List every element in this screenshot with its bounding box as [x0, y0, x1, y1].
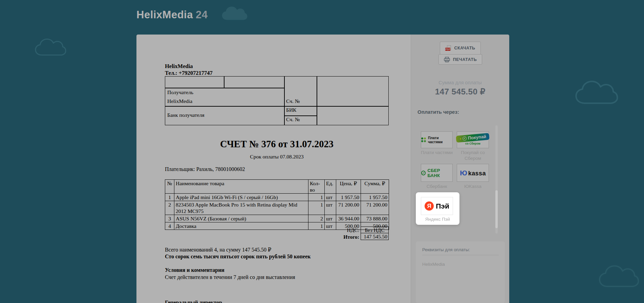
recipient-label: Получатель — [167, 89, 193, 95]
col-sum: Сумма, ₽ — [361, 180, 389, 194]
brand-logo: HelixMedia24 — [136, 9, 208, 21]
download-label: СКАЧАТЬ — [454, 46, 475, 50]
brand-name: HelixMedia — [136, 9, 193, 21]
item-num: 2 — [165, 201, 174, 215]
vat-value: Без НДС — [361, 226, 389, 233]
payment-list-scrollbar-track[interactable] — [495, 125, 498, 234]
amount-in-words: Сто сорок семь тысяч пятьсот сорок пять … — [165, 254, 310, 260]
item-num: 4 — [165, 222, 174, 230]
amount-value: 147 545.50 ₽ — [411, 87, 509, 96]
requisites-title: Реквизиты для оплаты: — [422, 247, 470, 252]
item-qty: 1 — [308, 194, 325, 201]
item-unit: шт — [325, 201, 336, 215]
item-num: 1 — [165, 194, 174, 201]
payment-sidebar: PDF СКАЧАТЬ ПЕЧАТАТЬ Сумма для оплаты 14… — [411, 35, 509, 303]
bank-requisites-table: Получатель HelixMedia Сч. № Банк получат… — [165, 76, 389, 125]
item-qty: 1 — [308, 222, 325, 230]
payment-method-label: Сбербанк — [415, 183, 458, 189]
item-sum: 1 957.50 — [361, 194, 389, 201]
yandex-logo-icon: Я — [425, 201, 434, 211]
payment-method-yandex-pay[interactable]: Я Пэй — [421, 197, 453, 215]
bank-label: Банк получателя — [167, 112, 205, 118]
seller-phone: Тел.: +79207217747 — [165, 70, 213, 77]
payer-line: Плательщик: Рахиль, 78001000602 — [165, 166, 245, 172]
pdf-icon: PDF — [445, 45, 451, 51]
invoice-card: HelixMedia Тел.: +79207217747 Получатель… — [136, 35, 509, 303]
sber-logo-icon: ✓ — [421, 171, 426, 175]
col-name: Наименование товара — [174, 180, 308, 194]
amount-caption: Сумма для оплаты — [411, 80, 509, 85]
item-price: 36 944.00 — [336, 215, 361, 222]
print-button[interactable]: ПЕЧАТАТЬ — [438, 54, 482, 65]
conditions-text: Счет действителен в течении 7 дней со дн… — [165, 274, 295, 280]
yookassa-logo-icon: Ю — [460, 169, 467, 177]
payment-list-scrollbar-thumb[interactable] — [495, 190, 498, 228]
invoice-document: HelixMedia Тел.: +79207217747 Получатель… — [136, 35, 411, 303]
item-name: ASUS N56VZ (Базовая / серый) — [174, 215, 308, 222]
payment-method-label: Плати частями — [415, 150, 458, 155]
item-price: 1 957.50 — [336, 194, 361, 201]
payment-method-plati-chastyami[interactable]: Плати частями — [421, 131, 453, 148]
col-qty: Кол-во — [308, 180, 325, 194]
col-price: Цена, ₽ — [336, 180, 361, 194]
pay-via-heading: Оплатить через: — [417, 109, 459, 115]
payment-method-yookassa[interactable]: Ю kassa — [457, 164, 489, 182]
requisites-divider — [422, 255, 499, 255]
requisites-panel: Реквизиты для оплаты: HelixMedia — [416, 241, 505, 303]
account-label: Сч. № — [286, 98, 300, 104]
items-table: № Наименование товара Кол-во Ед. Цена, ₽… — [165, 179, 389, 230]
invoice-title: СЧЕТ № 376 от 31.07.2023 — [165, 139, 389, 150]
bik-label: БИК — [286, 107, 296, 113]
director-label: Генеральный директор — [165, 300, 222, 303]
item-num: 3 — [165, 215, 174, 222]
item-name: 8234503 Apple MacBook Pro 15 with Retina… — [174, 201, 308, 215]
cloud-decoration-bottom-icon — [597, 261, 639, 292]
vat-label: НДС: — [347, 227, 359, 233]
item-price: 71 200.00 — [336, 201, 361, 215]
conditions-title: Условия и комментарии — [165, 267, 224, 273]
item-unit: шт — [325, 222, 336, 230]
col-num: № — [165, 180, 174, 194]
table-row: 3 ASUS N56VZ (Базовая / серый) 2 шт 36 9… — [165, 215, 389, 222]
print-label: ПЕЧАТАТЬ — [453, 57, 477, 62]
cloud-decoration-right-icon — [573, 77, 618, 109]
item-name: Доставка — [174, 222, 308, 230]
payment-method-label: Яндекс Пэй — [416, 217, 459, 222]
items-header-row: № Наименование товара Кол-во Ед. Цена, ₽… — [165, 180, 389, 194]
requisites-value: HelixMedia — [422, 262, 445, 267]
brand-cloud-icon — [220, 4, 248, 23]
corr-account-label: Сч. № — [286, 116, 300, 123]
cloud-decoration-left-icon — [33, 36, 66, 59]
table-row: 1 Apple iPad mini 16Gb Wi-Fi (S / серый … — [165, 194, 389, 201]
plati-chastyami-logo-icon — [421, 137, 426, 142]
table-row: 2 8234503 Apple MacBook Pro 15 with Reti… — [165, 201, 389, 215]
summary-line: Всего наименований 4, на сумму 147 545.5… — [165, 246, 271, 253]
recipient-name: HelixMedia — [167, 98, 192, 104]
seller-name: HelixMedia — [165, 63, 213, 70]
item-qty: 1 — [308, 201, 325, 215]
payment-method-pokupay-so-sberom[interactable]: ✓ Покупай со Сбером — [457, 131, 489, 148]
yandex-pay-spotlight: Я Пэй Яндекс Пэй — [416, 192, 459, 225]
payment-method-label: Покупай со Сбером — [453, 150, 492, 161]
invoice-due-date: Срок оплаты 07.08.2023 — [165, 154, 389, 160]
seller-block: HelixMedia Тел.: +79207217747 — [165, 63, 213, 77]
printer-icon — [444, 57, 450, 62]
col-unit: Ед. — [325, 180, 336, 194]
payment-method-sberbank[interactable]: ✓ СБЕР БАНК — [421, 164, 453, 182]
brand-suffix: 24 — [196, 9, 208, 21]
item-sum: 73 888.00 — [361, 215, 389, 222]
total-label: Итого: — [343, 234, 359, 240]
item-name: Apple iPad mini 16Gb Wi-Fi (S / серый / … — [174, 194, 308, 201]
pokupay-tag-icon: ✓ Покупай — [456, 133, 490, 143]
item-qty: 2 — [308, 215, 325, 222]
item-unit: шт — [325, 194, 336, 201]
download-button[interactable]: PDF СКАЧАТЬ — [440, 42, 481, 55]
item-unit: шт — [325, 215, 336, 222]
item-sum: 71 200.00 — [361, 201, 389, 215]
total-value: 147 545.50 — [361, 233, 389, 240]
payment-method-label: ЮKassa — [453, 183, 492, 189]
